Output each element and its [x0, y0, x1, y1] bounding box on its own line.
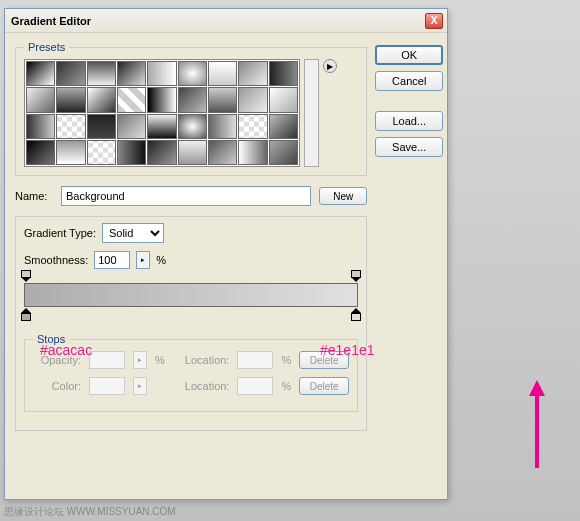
preset-swatch[interactable] — [87, 87, 116, 112]
opacity-stop-left[interactable] — [21, 270, 31, 282]
color-label: Color: — [33, 380, 81, 392]
titlebar: Gradient Editor X — [5, 9, 447, 33]
close-button[interactable]: X — [425, 13, 443, 29]
preset-swatch[interactable] — [178, 61, 207, 86]
name-input[interactable] — [61, 186, 311, 206]
smoothness-spinner[interactable]: ▸ — [136, 251, 150, 269]
preset-swatch[interactable] — [87, 61, 116, 86]
new-button[interactable]: New — [319, 187, 367, 205]
preset-swatch[interactable] — [26, 61, 55, 86]
preset-swatch[interactable] — [208, 87, 237, 112]
preset-swatch[interactable] — [147, 61, 176, 86]
preset-swatch[interactable] — [147, 87, 176, 112]
color-stop-left[interactable] — [21, 308, 31, 320]
arrow-annotation — [525, 380, 549, 472]
gradient-type-label: Gradient Type: — [24, 227, 96, 239]
preset-swatch[interactable] — [269, 114, 298, 139]
delete-color-stop-button: Delete — [299, 377, 349, 395]
percent-label: % — [156, 254, 166, 266]
cancel-button[interactable]: Cancel — [375, 71, 443, 91]
color-stop-right[interactable] — [351, 308, 361, 320]
load-button[interactable]: Load... — [375, 111, 443, 131]
svg-marker-1 — [529, 380, 545, 396]
location-label: Location: — [185, 354, 230, 366]
opacity-stop-right[interactable] — [351, 270, 361, 282]
location-label-2: Location: — [185, 380, 230, 392]
preset-swatch[interactable] — [56, 87, 85, 112]
color-location-input — [237, 377, 273, 395]
preset-swatch[interactable] — [147, 140, 176, 165]
gradient-bar-wrap — [24, 283, 358, 307]
close-icon: X — [431, 15, 438, 26]
preset-swatch[interactable] — [269, 87, 298, 112]
preset-swatch[interactable] — [238, 140, 267, 165]
preset-swatch[interactable] — [117, 140, 146, 165]
preset-swatch[interactable] — [87, 114, 116, 139]
preset-swatch[interactable] — [238, 114, 267, 139]
preset-swatch[interactable] — [208, 61, 237, 86]
preset-swatch[interactable] — [238, 61, 267, 86]
watermark: 思缘设计论坛 WWW.MISSYUAN.COM — [4, 505, 176, 519]
smoothness-input[interactable] — [94, 251, 130, 269]
color-spinner: ▸ — [133, 377, 147, 395]
gradient-fieldset: Gradient Type: Solid Smoothness: ▸ % — [15, 216, 367, 431]
preset-swatch[interactable] — [269, 61, 298, 86]
name-label: Name: — [15, 190, 53, 202]
preset-swatch[interactable] — [147, 114, 176, 139]
save-button[interactable]: Save... — [375, 137, 443, 157]
preset-swatch[interactable] — [178, 114, 207, 139]
annotation-hex-right: #e1e1e1 — [320, 342, 375, 358]
preset-swatch[interactable] — [56, 140, 85, 165]
preset-swatch[interactable] — [238, 87, 267, 112]
preset-swatch[interactable] — [117, 114, 146, 139]
preset-swatch[interactable] — [269, 140, 298, 165]
smoothness-label: Smoothness: — [24, 254, 88, 266]
preset-swatch[interactable] — [26, 87, 55, 112]
preset-swatch[interactable] — [208, 114, 237, 139]
gradient-type-select[interactable]: Solid — [102, 223, 164, 243]
annotation-hex-left: #acacac — [40, 342, 92, 358]
color-swatch-input — [89, 377, 125, 395]
preset-swatch[interactable] — [56, 114, 85, 139]
preset-swatch[interactable] — [178, 87, 207, 112]
preset-swatch[interactable] — [26, 114, 55, 139]
preset-swatch[interactable] — [208, 140, 237, 165]
presets-legend: Presets — [24, 41, 69, 53]
preset-swatch[interactable] — [178, 140, 207, 165]
preset-swatch[interactable] — [56, 61, 85, 86]
gradient-bar[interactable] — [24, 283, 358, 307]
ok-button[interactable]: OK — [375, 45, 443, 65]
dialog-title: Gradient Editor — [9, 15, 425, 27]
preset-swatch[interactable] — [26, 140, 55, 165]
opacity-spinner: ▸ — [133, 351, 147, 369]
presets-fieldset: Presets — [15, 41, 367, 176]
presets-menu-button[interactable]: ▶ — [323, 59, 337, 73]
opacity-location-input — [237, 351, 273, 369]
presets-scrollbar[interactable] — [304, 59, 319, 167]
preset-swatch[interactable] — [117, 87, 146, 112]
preset-swatch[interactable] — [87, 140, 116, 165]
presets-grid[interactable] — [24, 59, 300, 167]
preset-swatch[interactable] — [117, 61, 146, 86]
gradient-editor-dialog: Gradient Editor X Presets — [4, 8, 448, 500]
opacity-input — [89, 351, 125, 369]
